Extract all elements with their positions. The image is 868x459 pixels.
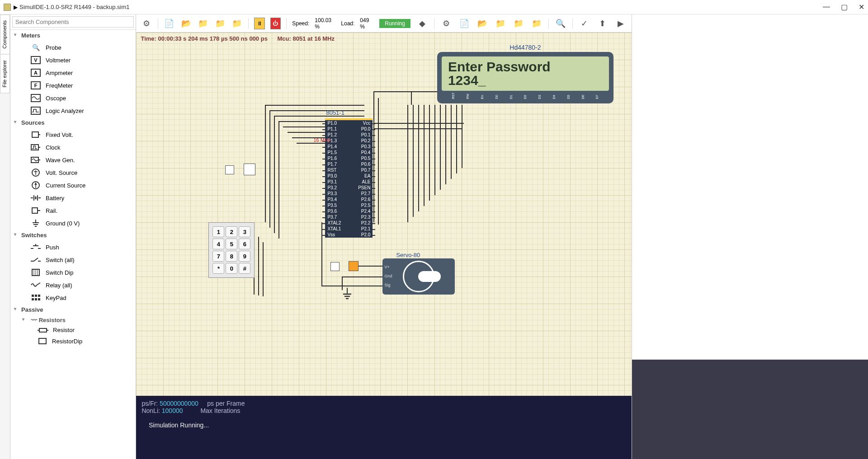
editor-console[interactable]	[632, 360, 868, 459]
category-switches[interactable]: Switches	[10, 230, 136, 241]
keypad-component[interactable]: 123456789*0#	[208, 222, 255, 278]
mcu-pin-row: P3.1ALE	[325, 179, 373, 185]
item-ground[interactable]: Ground (0 V)	[10, 217, 136, 230]
servo-component[interactable]: V+GndSig	[382, 258, 455, 295]
item-fixed-volt[interactable]: Fixed Volt.	[10, 128, 136, 141]
item-switch-dip[interactable]: Switch Dip	[10, 266, 136, 279]
item-logic-analyzer[interactable]: Logic Analyzer	[10, 104, 136, 117]
close-button[interactable]: ✕	[859, 3, 864, 11]
push-icon	[30, 243, 41, 252]
item-wave-gen[interactable]: Wave Gen.	[10, 154, 136, 166]
mcu-component[interactable]: P1.0VccP1.1P0.0P1.2P0.1P1.3P0.2P1.4P0.3P…	[325, 118, 373, 238]
keypad-key-1[interactable]: 1	[212, 226, 224, 237]
mcu-pin-row: P3.4P2.6	[325, 197, 373, 202]
relay-icon	[30, 281, 41, 290]
mcu-label: 8051-1	[326, 109, 344, 116]
item-switch-all[interactable]: Switch (all)	[10, 253, 136, 266]
fixed-volt-3[interactable]	[330, 262, 340, 271]
volt-source-icon	[30, 168, 41, 177]
keypad-key-#[interactable]: #	[239, 263, 250, 274]
keypad-key-*[interactable]: *	[212, 263, 224, 274]
item-ampmeter[interactable]: AAmpmeter	[10, 66, 136, 79]
saveas-button[interactable]: 📁	[214, 17, 226, 30]
component-tree[interactable]: Meters 🔍Probe VVoltmeter AAmpmeter FFreq…	[10, 30, 136, 459]
item-battery[interactable]: Battery	[10, 192, 136, 204]
item-current-source[interactable]: Current Source	[10, 179, 136, 192]
find-button[interactable]: 🔍	[554, 17, 567, 30]
mcu-pin-row: P3.5P2.5	[325, 202, 373, 208]
category-sources[interactable]: Sources	[10, 117, 136, 128]
battery-icon	[30, 193, 41, 202]
voltmeter-icon: V	[30, 56, 41, 65]
item-oscope[interactable]: Oscope	[10, 92, 136, 104]
load-value: 049 %	[360, 17, 374, 30]
keypad-key-8[interactable]: 8	[226, 251, 237, 262]
settings-button[interactable]: ⚙	[141, 17, 152, 30]
lcd-pin: D5	[567, 93, 570, 99]
editor-save-button[interactable]: 📁	[494, 17, 507, 30]
console-running: Simulation Running...	[149, 422, 209, 429]
item-rail[interactable]: Rail.	[10, 204, 136, 217]
keypad-key-9[interactable]: 9	[239, 251, 250, 262]
editor-open-button[interactable]: 📂	[476, 17, 489, 30]
category-meters[interactable]: Meters	[10, 30, 136, 41]
subcategory-resistors[interactable]: 〰 Resistors	[10, 315, 136, 325]
keypad-key-4[interactable]: 4	[212, 239, 224, 249]
item-volt-source[interactable]: Volt. Source	[10, 166, 136, 179]
save-button[interactable]: 📁	[198, 17, 209, 30]
editor-settings-button[interactable]: ⚙	[440, 17, 453, 30]
item-resistor[interactable]: Resistor	[10, 325, 136, 335]
item-resistor-dip[interactable]: ResistorDip	[10, 335, 136, 347]
clock-component[interactable]	[349, 261, 359, 271]
compile-button[interactable]: ✓	[578, 17, 591, 30]
mcu-pin-row: P3.7P2.3	[325, 214, 373, 220]
item-keypad[interactable]: KeyPad	[10, 291, 136, 304]
circuit-canvas[interactable]: Time: 00:00:33 s 204 ms 178 µs 500 ns 00…	[136, 33, 632, 396]
item-probe[interactable]: 🔍Probe	[10, 41, 136, 54]
lcd-component[interactable]: Hd44780-2 Enter Password 1234_ RSTRWEnD0…	[437, 44, 613, 103]
mcu-pin-row: P3.3P2.7	[325, 191, 373, 197]
maximize-button[interactable]: ▢	[841, 3, 848, 11]
category-passive[interactable]: Passive	[10, 304, 136, 315]
servo-pin: Gnd	[384, 272, 392, 281]
switch-dip-icon	[30, 268, 41, 277]
power-button[interactable]: ⏻	[270, 18, 281, 29]
upload-button[interactable]: ⬆	[596, 17, 609, 30]
tab-file-explorer[interactable]: File explorer	[0, 54, 10, 94]
fixed-volt-2[interactable]	[244, 164, 255, 175]
keypad-key-3[interactable]: 3	[239, 226, 250, 237]
savecopy-button[interactable]: 📁	[231, 17, 242, 30]
keypad-key-6[interactable]: 6	[239, 239, 250, 249]
item-push[interactable]: Push	[10, 241, 136, 253]
pause-button[interactable]: ⏸	[254, 18, 265, 29]
search-input[interactable]	[12, 16, 134, 28]
open-button[interactable]: 📂	[180, 17, 192, 30]
item-relay-all[interactable]: Relay (all)	[10, 279, 136, 291]
editor-area[interactable]	[632, 14, 868, 360]
debug-button[interactable]: ▶	[614, 17, 627, 30]
new-button[interactable]: 📄	[164, 17, 175, 30]
editor-new-button[interactable]: 📄	[458, 17, 471, 30]
probe-icon: 🔍	[30, 43, 41, 52]
fixed-volt-1[interactable]	[225, 165, 234, 174]
tab-components[interactable]: Components	[0, 14, 10, 54]
keypad-key-2[interactable]: 2	[226, 226, 237, 237]
item-freqmeter[interactable]: FFreqMeter	[10, 79, 136, 92]
sim-time: Time: 00:00:33 s 204 ms 178 µs 500 ns 00…	[141, 35, 267, 42]
ground-component[interactable]	[342, 288, 353, 300]
lcd-pin: RW	[466, 93, 469, 99]
speed-label: Speed:	[292, 20, 309, 27]
mcu-pin-row: P1.4P0.3	[325, 144, 373, 150]
editor-saveas-button[interactable]: 📁	[512, 17, 525, 30]
keypad-key-7[interactable]: 7	[212, 251, 224, 262]
item-voltmeter[interactable]: VVoltmeter	[10, 54, 136, 66]
keypad-key-5[interactable]: 5	[226, 239, 237, 249]
keypad-key-0[interactable]: 0	[226, 263, 237, 274]
mcu-pin-row: VssP2.0	[325, 232, 373, 238]
info-button[interactable]: ◆	[416, 17, 429, 30]
item-clock[interactable]: Clock	[10, 141, 136, 154]
console[interactable]: ps/Fr: 50000000000 ps per Frame NonLi: 1…	[136, 396, 632, 459]
editor-close-button[interactable]: 📁	[530, 17, 543, 30]
minimize-button[interactable]: —	[823, 3, 830, 11]
window-title: SimulIDE-1.0.0-SR2 R1449 - backup.sim1	[19, 4, 130, 10]
